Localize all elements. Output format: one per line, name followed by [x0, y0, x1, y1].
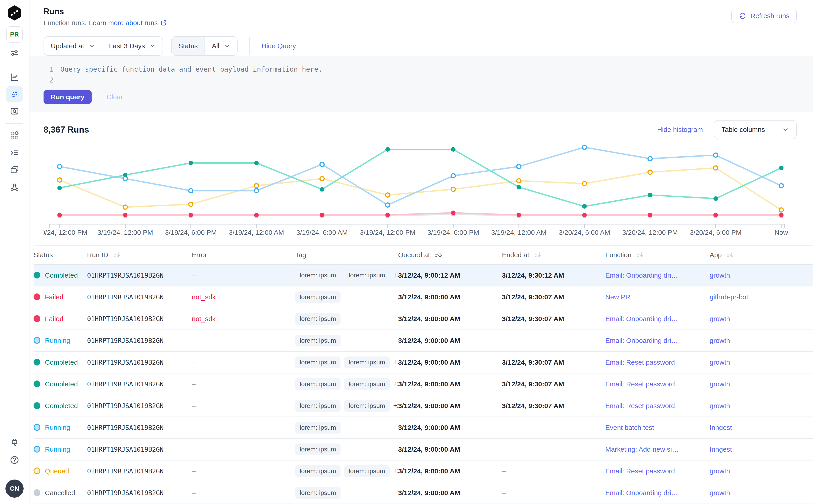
status-cell: Failed: [34, 315, 87, 323]
status-cell: Running: [34, 446, 87, 453]
data-point-running: [451, 174, 455, 178]
function-link[interactable]: Email: Onboarding dri…: [605, 271, 678, 279]
integrations-icon[interactable]: [6, 435, 23, 451]
time-filter-control: Updated at Last 3 Days: [44, 36, 163, 56]
error-cell: not_sdk: [192, 293, 295, 301]
table-row[interactable]: Running 01HRPT19RJSA1019B2GN – lorem: ip…: [34, 330, 813, 352]
error-cell: –: [192, 424, 295, 431]
environment-badge[interactable]: PR: [6, 26, 23, 43]
tags-cell: lorem: ipsum: [295, 291, 398, 303]
app-link[interactable]: growth: [710, 359, 730, 366]
metrics-icon[interactable]: [6, 69, 23, 85]
x-axis-label: 3/20/24, 6:00 AM: [559, 229, 610, 236]
refresh-runs-button[interactable]: Refresh runs: [731, 9, 797, 23]
time-range-dropdown[interactable]: Last 3 Days: [102, 37, 162, 55]
app-link[interactable]: Inngest: [710, 424, 732, 431]
runs-table: StatusRun IDErrorTagQueued atEnded atFun…: [34, 245, 813, 504]
function-link[interactable]: Email: Reset password: [605, 467, 675, 475]
column-header-app[interactable]: App: [710, 251, 813, 259]
filters-icon[interactable]: [6, 45, 23, 61]
app-cell: Inngest: [710, 424, 813, 431]
function-link[interactable]: Event batch test: [605, 424, 654, 431]
table-row[interactable]: Completed 01HRPT19RJSA1019B2GN – lorem: …: [34, 352, 813, 373]
column-header-function[interactable]: Function: [605, 251, 710, 259]
table-row[interactable]: Completed 01HRPT19RJSA1019B2GN – lorem: …: [34, 373, 813, 395]
ended-at-cell: 3/12/24, 9:30:07 AM: [502, 402, 605, 410]
table-row[interactable]: Queued 01HRPT19RJSA1019B2GN – lorem: ips…: [34, 460, 813, 482]
tags-cell: lorem: ipsum: [295, 422, 398, 434]
function-link[interactable]: Email: Onboarding dri…: [605, 315, 678, 322]
data-point-completed: [254, 161, 259, 165]
table-row[interactable]: Failed 01HRPT19RJSA1019B2GN not_sdk lore…: [34, 286, 813, 308]
app-link[interactable]: growth: [710, 467, 730, 475]
app-cell: growth: [710, 359, 813, 366]
table-row[interactable]: Completed 01HRPT19RJSA1019B2GN – lorem: …: [34, 395, 813, 417]
app-link[interactable]: Inngest: [710, 446, 732, 453]
data-point-completed: [385, 147, 390, 152]
function-link[interactable]: Email: Reset password: [605, 359, 675, 366]
page-header: Runs Function runs. Learn more about run…: [29, 0, 813, 30]
function-link[interactable]: Email: Reset password: [605, 380, 675, 388]
app-link[interactable]: growth: [710, 489, 730, 497]
column-header-error: Error: [192, 251, 295, 259]
data-point-queued: [123, 205, 127, 209]
column-header-run-id[interactable]: Run ID: [87, 251, 192, 259]
app-link[interactable]: growth: [710, 271, 730, 279]
learn-more-link[interactable]: Learn more about runs: [89, 19, 167, 27]
hide-query-link[interactable]: Hide Query: [262, 42, 296, 50]
data-point-queued: [189, 202, 193, 206]
sort-icon: [636, 251, 644, 259]
hide-histogram-link[interactable]: Hide histogram: [657, 126, 703, 133]
query-editor[interactable]: 1 Query specific function data and event…: [29, 56, 813, 111]
app-link[interactable]: github-pr-bot: [710, 293, 748, 301]
table-row[interactable]: Failed 01HRPT19RJSA1019B2GN not_sdk lore…: [34, 308, 813, 330]
app-link[interactable]: growth: [710, 402, 730, 409]
status-label: Completed: [45, 380, 78, 388]
queued-at-cell: 3/12/24, 9:00:00 AM: [398, 380, 502, 388]
query-actions: Run query Clear: [44, 90, 797, 104]
query-placeholder-text: Query specific function data and event p…: [60, 64, 322, 75]
function-link[interactable]: Marketing: Add new si…: [605, 446, 679, 453]
function-link[interactable]: Email: Reset password: [605, 402, 675, 409]
filter-bar: Updated at Last 3 Days Status All Hide Q…: [29, 30, 813, 56]
runs-icon[interactable]: [6, 86, 23, 102]
function-link[interactable]: Email: Onboarding dri…: [605, 489, 678, 497]
app-cell: growth: [710, 315, 813, 323]
function-link[interactable]: New PR: [605, 293, 630, 301]
help-icon[interactable]: [6, 452, 23, 468]
column-header-ended-at[interactable]: Ended at: [502, 251, 605, 259]
series-line-queued: [60, 168, 781, 210]
tag-pill: lorem: ipsum: [344, 269, 389, 281]
timestamp-field-dropdown[interactable]: Updated at: [44, 37, 102, 55]
table-row[interactable]: Cancelled 01HRPT19RJSA1019B2GN – lorem: …: [34, 482, 813, 504]
tag-pill: lorem: ipsum: [295, 400, 340, 412]
event-search-icon[interactable]: [6, 103, 23, 120]
ended-at-cell: 3/12/24, 9:30:12 AM: [502, 271, 605, 279]
app-link[interactable]: growth: [710, 337, 730, 344]
table-row[interactable]: Completed 01HRPT19RJSA1019B2GN – lorem: …: [34, 265, 813, 286]
x-axis-label: 3/19/24, 12:00 PM: [97, 229, 153, 236]
user-avatar[interactable]: CN: [5, 480, 24, 498]
data-point-running: [583, 145, 587, 149]
app-link[interactable]: growth: [710, 380, 730, 388]
run-query-button[interactable]: Run query: [44, 90, 92, 104]
function-cell: New PR: [605, 293, 710, 301]
table-row[interactable]: Running 01HRPT19RJSA1019B2GN – lorem: ip…: [34, 439, 813, 460]
function-cell: Event batch test: [605, 424, 710, 431]
clear-query-button[interactable]: Clear: [104, 93, 126, 101]
functions-icon[interactable]: [6, 145, 23, 161]
column-header-queued-at[interactable]: Queued at: [398, 251, 502, 259]
table-row[interactable]: Running 01HRPT19RJSA1019B2GN – lorem: ip…: [34, 417, 813, 439]
data-point-queued: [58, 178, 62, 182]
events-icon[interactable]: [6, 162, 23, 178]
function-link[interactable]: Email: Onboarding dri…: [605, 337, 678, 344]
sort-icon: [435, 251, 442, 259]
table-columns-dropdown[interactable]: Table columns: [714, 120, 797, 139]
webhooks-icon[interactable]: [6, 179, 23, 195]
inngest-logo[interactable]: [6, 5, 23, 21]
error-cell: –: [192, 489, 295, 497]
status-filter-dropdown[interactable]: All: [204, 37, 237, 55]
apps-icon[interactable]: [6, 127, 23, 144]
app-link[interactable]: growth: [710, 315, 730, 322]
data-point-queued: [714, 166, 718, 170]
